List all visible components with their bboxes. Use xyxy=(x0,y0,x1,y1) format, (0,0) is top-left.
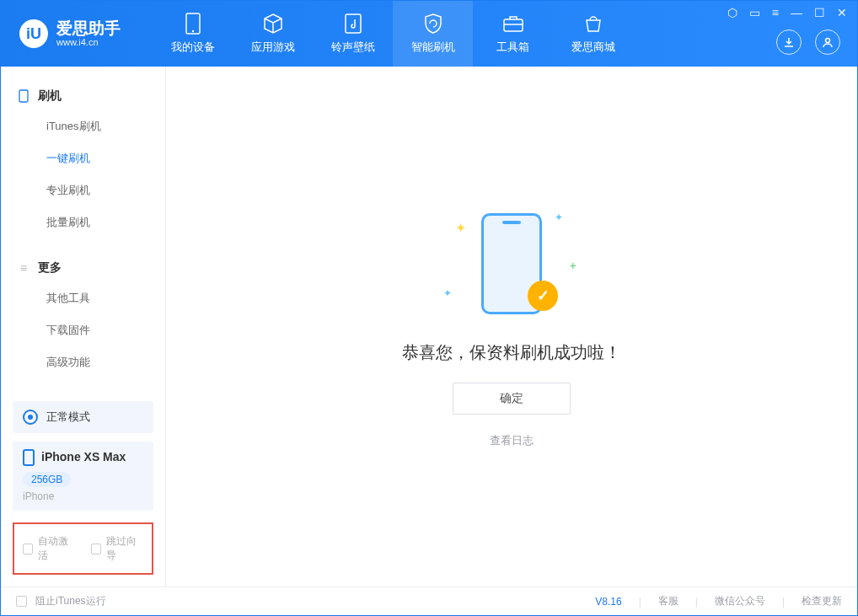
device-name: iPhone XS Max xyxy=(41,450,126,463)
tab-ringtone-wallpaper[interactable]: 铃声壁纸 xyxy=(313,1,393,67)
mode-icon xyxy=(23,410,38,425)
sidebar-group-more[interactable]: ≡ 更多 xyxy=(1,254,165,282)
tab-label: 工具箱 xyxy=(496,40,529,55)
menu-icon[interactable]: ≡ xyxy=(772,6,779,19)
svg-rect-3 xyxy=(504,19,523,31)
window-controls: ⬡ ▭ ≡ — ☐ ✕ xyxy=(727,6,847,19)
group-title: 更多 xyxy=(38,260,62,276)
sparkle-icon: ✦ xyxy=(455,220,466,236)
tab-my-device[interactable]: 我的设备 xyxy=(153,1,233,67)
cube-icon xyxy=(262,13,284,35)
footer-block-itunes[interactable]: 阻止iTunes运行 xyxy=(35,594,106,608)
sidebar-item-pro-flash[interactable]: 专业刷机 xyxy=(1,174,165,206)
sidebar-item-download-firmware[interactable]: 下载固件 xyxy=(1,314,165,346)
header-tabs: 我的设备 应用游戏 铃声壁纸 智能刷机 工具箱 爱思商城 xyxy=(153,1,633,67)
brand: iU 爱思助手 www.i4.cn xyxy=(1,19,136,48)
app-subtitle: www.i4.cn xyxy=(56,38,121,47)
brand-text: 爱思助手 www.i4.cn xyxy=(56,20,121,47)
app-title: 爱思助手 xyxy=(56,20,121,36)
sidebar-item-oneclick-flash[interactable]: 一键刷机 xyxy=(1,142,165,174)
device-panels: 正常模式 iPhone XS Max 256GB iPhone xyxy=(1,401,165,522)
group-title: 刷机 xyxy=(38,88,62,104)
main-content: ✦ ✦ ✦ + ✓ 恭喜您，保资料刷机成功啦！ 确定 查看日志 xyxy=(166,67,857,587)
footer-link-support[interactable]: 客服 xyxy=(658,594,678,608)
tab-label: 铃声壁纸 xyxy=(331,40,375,55)
success-message: 恭喜您，保资料刷机成功啦！ xyxy=(402,341,621,364)
tab-label: 爱思商城 xyxy=(571,40,615,55)
view-log-link[interactable]: 查看日志 xyxy=(490,433,534,448)
divider: | xyxy=(639,596,641,608)
sparkle-icon: ✦ xyxy=(555,212,563,223)
body: 刷机 iTunes刷机 一键刷机 专业刷机 批量刷机 ≡ 更多 其他工具 下载固… xyxy=(1,67,857,587)
app-window: iU 爱思助手 www.i4.cn 我的设备 应用游戏 铃声壁纸 智能刷机 xyxy=(0,0,858,616)
sidebar-item-other-tools[interactable]: 其他工具 xyxy=(1,282,165,314)
download-button[interactable] xyxy=(776,29,802,55)
checkbox-auto-activate[interactable]: 自动激活 xyxy=(23,534,76,563)
list-icon: ≡ xyxy=(18,261,29,275)
version-label: V8.16 xyxy=(595,596,621,608)
svg-rect-6 xyxy=(19,90,28,102)
toolbox-icon xyxy=(502,13,524,35)
options-highlight-box: 自动激活 跳过向导 xyxy=(13,522,153,575)
success-illustration: ✦ ✦ ✦ + ✓ xyxy=(440,205,583,323)
check-badge-icon: ✓ xyxy=(528,281,558,311)
shop-icon xyxy=(583,13,603,35)
success-panel: ✦ ✦ ✦ + ✓ 恭喜您，保资料刷机成功啦！ 确定 查看日志 xyxy=(402,205,621,448)
device-phone-icon xyxy=(23,449,35,466)
music-file-icon xyxy=(344,13,362,35)
checkbox-icon[interactable] xyxy=(16,596,27,607)
task-icon[interactable]: ▭ xyxy=(749,6,760,19)
sidebar-scroll: 刷机 iTunes刷机 一键刷机 专业刷机 批量刷机 ≡ 更多 其他工具 下载固… xyxy=(1,67,165,401)
brand-logo-icon: iU xyxy=(19,19,48,48)
shirt-icon[interactable]: ⬡ xyxy=(727,6,737,19)
footer-link-update[interactable]: 检查更新 xyxy=(802,594,842,608)
sidebar-item-batch-flash[interactable]: 批量刷机 xyxy=(1,206,165,238)
sidebar-group-flash[interactable]: 刷机 xyxy=(1,82,165,110)
device-icon xyxy=(185,13,201,35)
device-storage-badge: 256GB xyxy=(23,472,71,487)
device-info-card[interactable]: iPhone XS Max 256GB iPhone xyxy=(13,442,153,511)
minimize-icon[interactable]: — xyxy=(791,6,802,19)
checkbox-skip-guide[interactable]: 跳过向导 xyxy=(91,534,144,563)
user-button[interactable] xyxy=(815,29,840,55)
sidebar-item-itunes-flash[interactable]: iTunes刷机 xyxy=(1,110,165,142)
svg-point-5 xyxy=(826,39,830,43)
tab-shop[interactable]: 爱思商城 xyxy=(553,1,633,67)
divider: | xyxy=(695,596,698,608)
device-mode-card[interactable]: 正常模式 xyxy=(13,401,153,433)
phone-icon xyxy=(18,89,29,103)
shield-refresh-icon xyxy=(422,13,444,35)
sidebar-item-advanced[interactable]: 高级功能 xyxy=(1,346,165,378)
footer: 阻止iTunes运行 V8.16 | 客服 | 微信公众号 | 检查更新 xyxy=(1,587,857,615)
device-type: iPhone xyxy=(23,490,143,502)
sidebar: 刷机 iTunes刷机 一键刷机 专业刷机 批量刷机 ≡ 更多 其他工具 下载固… xyxy=(1,67,166,587)
sparkle-icon: + xyxy=(570,259,576,272)
tab-toolbox[interactable]: 工具箱 xyxy=(473,1,553,67)
maximize-icon[interactable]: ☐ xyxy=(814,6,825,19)
ok-button[interactable]: 确定 xyxy=(453,383,571,415)
svg-rect-2 xyxy=(346,14,361,33)
footer-link-wechat[interactable]: 微信公众号 xyxy=(715,594,765,608)
checkbox-label: 自动激活 xyxy=(38,534,75,563)
checkbox-icon xyxy=(23,544,33,554)
close-icon[interactable]: ✕ xyxy=(837,6,847,19)
svg-point-1 xyxy=(191,30,193,32)
sparkle-icon: ✦ xyxy=(443,287,452,299)
divider: | xyxy=(782,596,785,608)
tab-label: 应用游戏 xyxy=(251,40,295,55)
tab-label: 我的设备 xyxy=(171,40,215,55)
tab-label: 智能刷机 xyxy=(411,40,455,55)
header-actions xyxy=(776,29,840,55)
header: iU 爱思助手 www.i4.cn 我的设备 应用游戏 铃声壁纸 智能刷机 xyxy=(1,1,857,67)
checkbox-label: 跳过向导 xyxy=(106,534,143,563)
tab-apps-games[interactable]: 应用游戏 xyxy=(233,1,313,67)
checkbox-icon xyxy=(91,544,101,554)
tab-smart-flash[interactable]: 智能刷机 xyxy=(393,1,473,67)
device-mode: 正常模式 xyxy=(46,410,90,425)
